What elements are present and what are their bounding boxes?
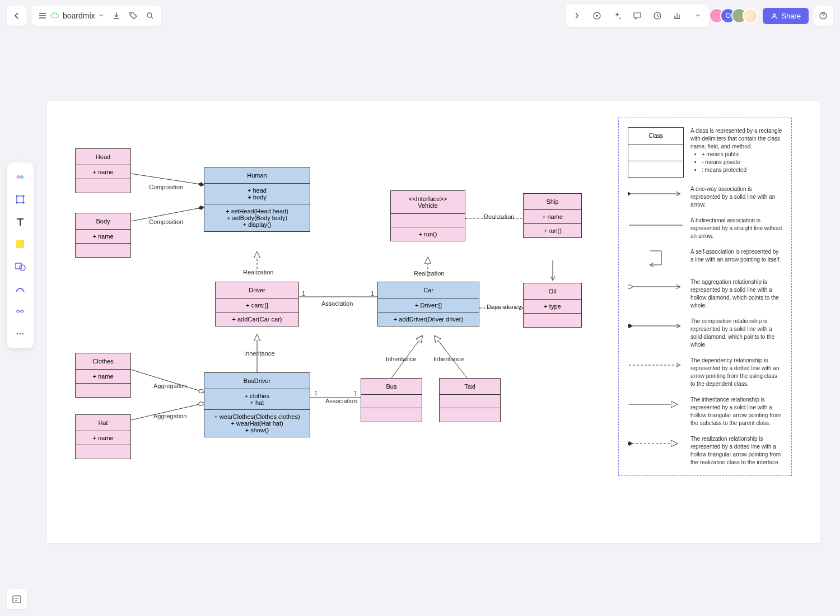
legend-self: A self-association is represented by a l…	[690, 248, 782, 264]
legend-comp: The composition relationship is represen…	[690, 318, 782, 349]
svg-rect-7	[17, 196, 24, 203]
legend-dep: The dependency relationship is represent…	[690, 357, 782, 388]
toolbar-group	[566, 4, 709, 27]
expand-button[interactable]	[568, 7, 586, 25]
history-button[interactable]	[648, 7, 666, 25]
label-inheritance-3: Inheritance	[244, 350, 274, 357]
tag-icon[interactable]	[129, 11, 138, 20]
label-inheritance-1: Inheritance	[386, 356, 416, 362]
class-bus[interactable]: Bus	[361, 378, 422, 422]
label-association-2: Association	[325, 398, 357, 404]
svg-point-1	[147, 13, 152, 17]
title-group[interactable]: boardmix	[31, 6, 161, 26]
avatar-4[interactable]	[743, 8, 758, 24]
legend-real: The realization relationship is represen…	[690, 435, 782, 466]
class-car[interactable]: Car + Driver:[] + addDriver(Driver drive…	[377, 282, 479, 326]
shape-tool[interactable]	[10, 256, 30, 277]
svg-point-0	[131, 13, 132, 15]
canvas[interactable]: Head + name Body + name Human + head + b…	[47, 101, 820, 543]
label-realization-1: Realization	[243, 269, 273, 276]
share-icon	[771, 12, 778, 20]
label-realization-3: Realization	[484, 213, 514, 220]
label-composition-2: Composition	[149, 218, 183, 225]
class-taxi[interactable]: Taxi	[439, 378, 501, 422]
legend-agg: The aggregation relationship is represen…	[690, 278, 782, 310]
class-oil[interactable]: Oil + type	[523, 283, 582, 328]
svg-point-11	[17, 333, 18, 335]
label-one-2: 1	[371, 290, 374, 297]
help-button[interactable]	[813, 6, 833, 26]
text-tool[interactable]	[10, 212, 30, 232]
svg-point-13	[22, 333, 24, 335]
note-tool[interactable]	[10, 234, 30, 254]
chart-button[interactable]	[669, 7, 687, 25]
label-one-1: 1	[302, 290, 305, 297]
legend-inh: The inheritance relationship is represen…	[690, 396, 782, 427]
layers-button[interactable]	[7, 589, 27, 609]
label-composition-1: Composition	[149, 184, 183, 190]
sparkle-button[interactable]	[608, 7, 626, 25]
frame-tool[interactable]	[10, 189, 30, 209]
select-tool[interactable]	[10, 167, 30, 187]
label-dependency: Dependency	[487, 304, 521, 310]
legend-panel: Class A class is represented by a rectan…	[618, 118, 792, 476]
legend-bidir: A bidirectional association is represent…	[690, 217, 782, 240]
more-tools[interactable]	[10, 324, 30, 344]
pen-tool[interactable]	[10, 279, 30, 299]
label-aggregation-1: Aggregation	[153, 382, 186, 389]
search-icon[interactable]	[146, 11, 155, 20]
label-realization-2: Realization	[414, 270, 444, 277]
play-button[interactable]	[588, 7, 606, 25]
chevron-down-icon	[99, 13, 104, 18]
class-human[interactable]: Human + head + body + setHead(Head head)…	[204, 167, 310, 232]
label-aggregation-2: Aggregation	[153, 413, 186, 419]
menu-icon	[38, 11, 47, 20]
message-button[interactable]	[628, 7, 646, 25]
top-right-group: O Share	[566, 4, 833, 27]
class-hat[interactable]: Hat + name	[75, 414, 131, 459]
class-ship[interactable]: Ship + name + run()	[523, 193, 582, 238]
top-bar: boardmix O Share	[0, 0, 840, 31]
class-head[interactable]: Head + name	[75, 148, 131, 193]
document-title: boardmix	[63, 11, 95, 20]
svg-point-12	[20, 333, 21, 335]
share-button[interactable]: Share	[763, 8, 809, 24]
top-left-group: boardmix	[7, 6, 161, 26]
class-body[interactable]: Body + name	[75, 213, 131, 258]
cloud-icon	[50, 11, 59, 20]
legend-class-symbol: Class	[628, 127, 684, 178]
download-icon[interactable]	[112, 11, 121, 20]
class-busdriver[interactable]: BusDriver + clothes + hat + wearClothes(…	[204, 372, 310, 437]
left-toolbar	[7, 162, 34, 348]
legend-class-text: A class is represented by a rectangle wi…	[690, 127, 782, 174]
connector-tool[interactable]	[10, 301, 30, 321]
class-clothes[interactable]: Clothes + name	[75, 353, 131, 398]
label-inheritance-2: Inheritance	[433, 356, 464, 362]
class-vehicle[interactable]: <<Interface>>Vehicle + run()	[390, 190, 465, 241]
more-button[interactable]	[689, 7, 707, 25]
svg-rect-6	[20, 175, 24, 179]
back-button[interactable]	[7, 6, 27, 26]
label-one-4: 1	[354, 390, 357, 396]
label-association-1: Association	[321, 300, 353, 307]
legend-assoc: A one-way association is represented by …	[690, 185, 782, 209]
class-driver[interactable]: Driver + cars:[] + addCar(Car car)	[215, 282, 299, 326]
svg-point-10	[20, 265, 25, 270]
share-label: Share	[781, 12, 801, 20]
avatars[interactable]: O	[713, 8, 758, 24]
svg-rect-14	[13, 596, 21, 603]
label-one-3: 1	[314, 390, 318, 396]
